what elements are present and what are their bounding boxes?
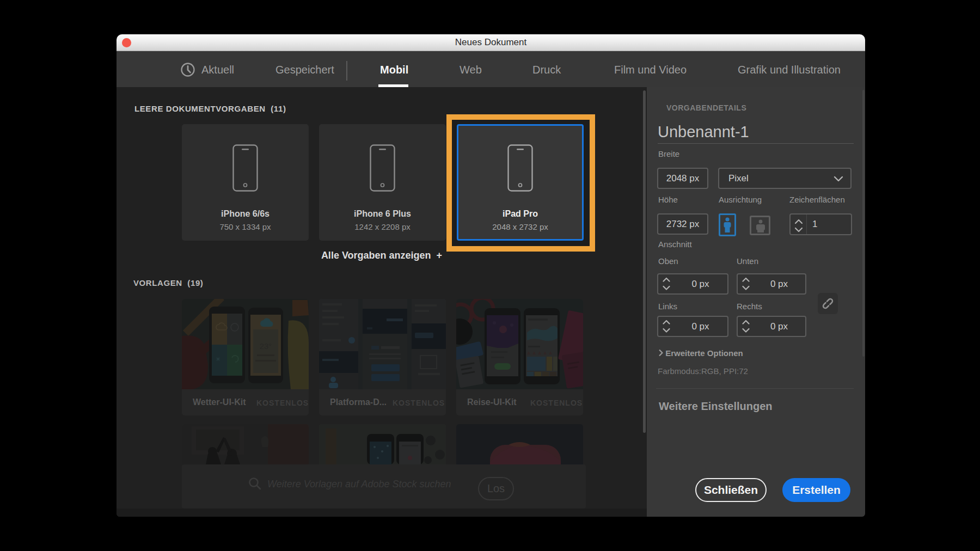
svg-text:23°: 23° [260, 341, 272, 351]
